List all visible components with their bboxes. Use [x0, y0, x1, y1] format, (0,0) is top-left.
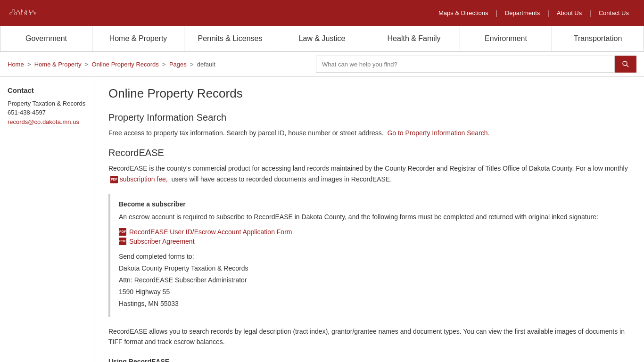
nav-home-property[interactable]: Home & Property — [92, 26, 184, 51]
section-recordease-intro: RecordEASE is the county's commercial pr… — [108, 163, 630, 184]
sep-1: | — [494, 9, 499, 17]
callout-title: Become a subscriber — [119, 200, 621, 208]
subscription-fee-link[interactable]: subscription fee, — [120, 175, 168, 183]
sep-3: | — [587, 9, 593, 17]
pdf-icon-inline: PDF — [110, 176, 118, 183]
property-info-link[interactable]: Go to Property Information Search. — [387, 129, 489, 137]
nav-health-family[interactable]: Health & Family — [368, 26, 460, 51]
send-forms: Send completed forms to: Dakota County P… — [119, 251, 621, 310]
callout-box: Become a subscriber An escrow account is… — [108, 194, 630, 316]
main-content: Online Property Records Property Informa… — [94, 77, 644, 362]
content-wrapper: Contact Property Taxation & Records 651-… — [0, 77, 644, 362]
svg-line-1 — [627, 65, 628, 67]
page-title: Online Property Records — [108, 86, 630, 101]
nav-departments[interactable]: Departments — [499, 9, 545, 16]
search-icon — [622, 60, 629, 68]
breadcrumb-pages[interactable]: Pages — [169, 61, 187, 68]
sidebar-org: Property Taxation & Records — [8, 100, 86, 107]
breadcrumb-current: default — [197, 61, 215, 68]
nav-permits[interactable]: Permits & Licenses — [184, 26, 276, 51]
nav-environment[interactable]: Environment — [460, 26, 552, 51]
search-button[interactable] — [615, 56, 636, 73]
nav-maps[interactable]: Maps & Directions — [433, 9, 494, 16]
sep-2: | — [545, 9, 551, 17]
sidebar-contact-title: Contact — [8, 86, 86, 94]
section-property-info-text: Free access to property tax information.… — [108, 128, 630, 138]
logo-sub: COUNTY — [9, 11, 39, 16]
nav-law-justice[interactable]: Law & Justice — [276, 26, 368, 51]
breadcrumb-bar: Home > Home & Property > Online Property… — [0, 52, 644, 77]
top-bar: Dakota COUNTY Maps & Directions | Depart… — [0, 0, 644, 26]
top-nav: Maps & Directions | Departments | About … — [433, 9, 635, 17]
using-recordease-title: Using RecordEASE — [108, 356, 630, 362]
recordease-form-link[interactable]: PDF RecordEASE User ID/Escrow Account Ap… — [119, 228, 621, 236]
breadcrumb-online-property[interactable]: Online Property Records — [91, 61, 158, 68]
recordease-description: RecordEASE allows you to search records … — [108, 326, 630, 347]
nav-government[interactable]: Government — [0, 26, 92, 51]
breadcrumb: Home > Home & Property > Online Property… — [8, 61, 215, 68]
section-recordease-title: RecordEASE — [108, 148, 630, 158]
search-input[interactable] — [316, 56, 615, 73]
main-nav: Government Home & Property Permits & Lic… — [0, 26, 644, 52]
pdf-icon-agreement: PDF — [119, 238, 126, 245]
nav-transportation[interactable]: Transportation — [552, 26, 644, 51]
callout-text: An escrow account is required to subscri… — [119, 212, 621, 222]
breadcrumb-home[interactable]: Home — [8, 61, 24, 68]
breadcrumb-home-property[interactable]: Home & Property — [34, 61, 82, 68]
search-bar — [316, 56, 636, 73]
svg-point-0 — [623, 61, 627, 66]
nav-contact[interactable]: Contact Us — [593, 9, 635, 16]
sidebar-phone: 651-438-4597 — [8, 109, 86, 116]
pdf-icon-form: PDF — [119, 228, 126, 236]
section-property-info-title: Property Information Search — [108, 112, 630, 123]
subscriber-agreement-link[interactable]: PDF Subscriber Agreement — [119, 238, 621, 245]
sidebar-email[interactable]: records@co.dakota.mn.us — [8, 118, 79, 125]
nav-about[interactable]: About Us — [551, 9, 587, 16]
site-logo: Dakota COUNTY — [9, 10, 39, 16]
sidebar: Contact Property Taxation & Records 651-… — [0, 77, 94, 362]
